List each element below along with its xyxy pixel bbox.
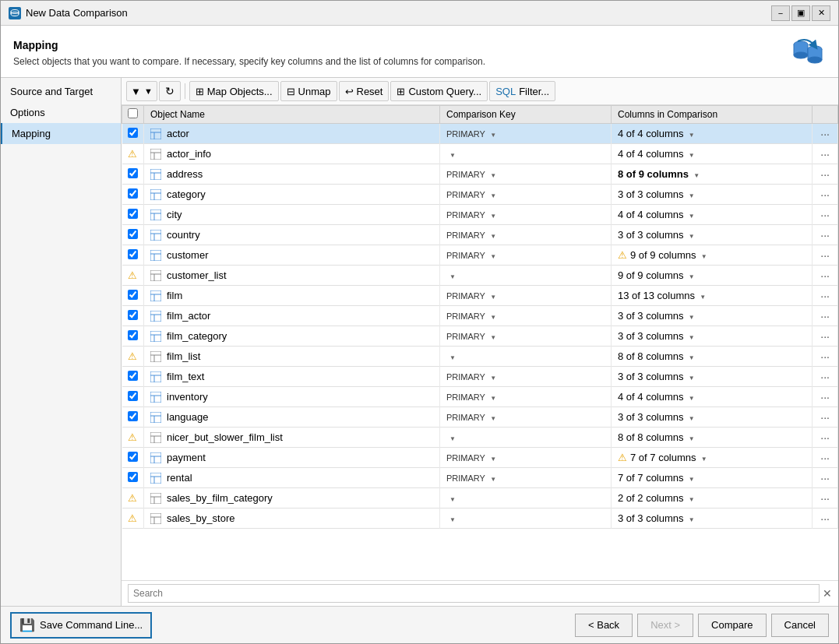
columns-dropdown-arrow[interactable]: ▼ [687, 375, 695, 382]
columns-dropdown-arrow[interactable]: ▼ [687, 516, 695, 523]
key-dropdown-arrow[interactable]: ▼ [449, 496, 456, 503]
row-checkbox[interactable] [128, 472, 138, 482]
key-dropdown-arrow[interactable]: ▼ [488, 456, 496, 463]
columns-dropdown-arrow[interactable]: ▼ [700, 253, 707, 260]
search-input[interactable] [128, 584, 820, 603]
columns-dropdown-arrow[interactable]: ▼ [687, 152, 695, 159]
more-options-button[interactable]: ··· [819, 209, 831, 221]
columns-dropdown-arrow[interactable]: ▼ [687, 132, 695, 139]
columns-dropdown-arrow[interactable]: ▼ [687, 496, 695, 503]
row-checkbox[interactable] [128, 391, 138, 401]
columns-dropdown-arrow[interactable]: ▼ [687, 213, 695, 220]
sidebar-item-source-target[interactable]: Source and Target [1, 81, 121, 102]
more-options-button[interactable]: ··· [819, 269, 831, 282]
sidebar-item-mapping[interactable]: Mapping [1, 123, 121, 144]
columns-dropdown-arrow[interactable]: ▼ [687, 476, 695, 483]
columns-dropdown-arrow[interactable]: ▼ [687, 314, 695, 321]
key-dropdown-arrow[interactable]: ▼ [488, 294, 496, 301]
more-options-button[interactable]: ··· [819, 492, 831, 505]
maximize-button[interactable]: ▣ [791, 5, 810, 21]
more-options-button[interactable]: ··· [819, 371, 831, 383]
cancel-button[interactable]: Cancel [771, 614, 829, 637]
object-name-text: city [167, 209, 182, 220]
row-checkbox[interactable] [128, 452, 138, 462]
columns-dropdown-arrow[interactable]: ▼ [687, 192, 695, 199]
columns-dropdown-arrow[interactable]: ▼ [687, 334, 695, 341]
key-dropdown-arrow[interactable]: ▼ [488, 132, 496, 139]
row-checkbox[interactable] [128, 310, 138, 320]
filter-dropdown[interactable]: ▼ ▼ [126, 81, 157, 101]
row-checkbox[interactable] [128, 229, 138, 239]
key-dropdown-arrow[interactable]: ▼ [488, 233, 496, 240]
key-dropdown-arrow[interactable]: ▼ [449, 152, 456, 159]
row-checkbox[interactable] [128, 249, 138, 259]
unmap-button[interactable]: ⊟ Unmap [280, 81, 337, 101]
filter-button[interactable]: SQL Filter... [489, 81, 555, 101]
reset-button[interactable]: ↩ Reset [339, 81, 390, 101]
more-options-button[interactable]: ··· [819, 472, 831, 484]
key-dropdown-arrow[interactable]: ▼ [488, 192, 496, 199]
more-options-button[interactable]: ··· [819, 330, 831, 343]
more-options-button[interactable]: ··· [819, 512, 831, 525]
key-dropdown-arrow[interactable]: ▼ [449, 273, 456, 280]
next-button[interactable]: Next > [637, 614, 693, 637]
back-button[interactable]: < Back [575, 614, 633, 637]
svg-rect-47 [150, 351, 161, 362]
sidebar-item-options[interactable]: Options [1, 102, 121, 123]
more-options-button[interactable]: ··· [819, 350, 831, 363]
key-dropdown-arrow[interactable]: ▼ [449, 354, 456, 361]
row-checkbox[interactable] [128, 188, 138, 199]
compare-button[interactable]: Compare [698, 614, 766, 637]
key-dropdown-arrow[interactable]: ▼ [488, 314, 496, 321]
columns-dropdown-arrow[interactable]: ▼ [700, 456, 707, 463]
columns-dropdown-arrow[interactable]: ▼ [687, 233, 695, 240]
key-dropdown-arrow[interactable]: ▼ [488, 395, 496, 402]
row-checkbox[interactable] [128, 371, 138, 381]
row-more-cell: ··· [813, 164, 838, 185]
key-dropdown-arrow[interactable]: ▼ [488, 253, 496, 260]
refresh-button[interactable]: ↻ [159, 81, 181, 101]
row-checkbox[interactable] [128, 209, 138, 219]
more-options-button[interactable]: ··· [819, 188, 831, 201]
row-checkbox[interactable] [128, 330, 138, 340]
columns-dropdown-arrow[interactable]: ▼ [687, 354, 695, 361]
more-options-button[interactable]: ··· [819, 148, 831, 160]
more-options-button[interactable]: ··· [819, 249, 831, 262]
columns-dropdown-arrow[interactable]: ▼ [687, 395, 695, 402]
key-dropdown-arrow[interactable]: ▼ [488, 334, 496, 341]
row-checkbox[interactable] [128, 290, 138, 300]
row-checkbox[interactable] [128, 128, 138, 138]
row-object-name: film_text [144, 367, 440, 387]
more-options-button[interactable]: ··· [819, 431, 831, 444]
columns-dropdown-arrow[interactable]: ▼ [687, 273, 695, 280]
columns-dropdown-arrow[interactable]: ▼ [692, 172, 700, 179]
columns-dropdown-arrow[interactable]: ▼ [698, 294, 706, 301]
columns-dropdown-arrow[interactable]: ▼ [687, 415, 695, 422]
search-clear-button[interactable]: ✕ [823, 587, 832, 600]
key-dropdown-arrow[interactable]: ▼ [488, 375, 496, 382]
minimize-button[interactable]: − [771, 5, 790, 21]
key-dropdown-arrow[interactable]: ▼ [488, 415, 496, 422]
map-objects-button[interactable]: ⊞ Map Objects... [189, 81, 279, 101]
svg-rect-50 [150, 371, 161, 382]
more-options-button[interactable]: ··· [819, 290, 831, 302]
more-options-button[interactable]: ··· [819, 128, 831, 140]
custom-query-button[interactable]: ⊞ Custom Query... [390, 81, 488, 101]
more-options-button[interactable]: ··· [819, 411, 831, 424]
key-dropdown-arrow[interactable]: ▼ [488, 476, 496, 483]
key-dropdown-arrow[interactable]: ▼ [449, 516, 456, 523]
key-dropdown-arrow[interactable]: ▼ [488, 213, 496, 220]
row-checkbox[interactable] [128, 168, 138, 178]
key-dropdown-arrow[interactable]: ▼ [488, 172, 496, 179]
more-options-button[interactable]: ··· [819, 310, 831, 322]
more-options-button[interactable]: ··· [819, 229, 831, 241]
columns-dropdown-arrow[interactable]: ▼ [687, 435, 695, 442]
select-all-checkbox[interactable] [128, 108, 138, 118]
row-checkbox[interactable] [128, 411, 138, 421]
key-dropdown-arrow[interactable]: ▼ [449, 435, 456, 442]
save-command-line-button[interactable]: 💾 Save Command Line... [10, 612, 152, 639]
close-button[interactable]: ✕ [812, 5, 830, 21]
more-options-button[interactable]: ··· [819, 168, 831, 181]
more-options-button[interactable]: ··· [819, 452, 831, 464]
more-options-button[interactable]: ··· [819, 391, 831, 403]
